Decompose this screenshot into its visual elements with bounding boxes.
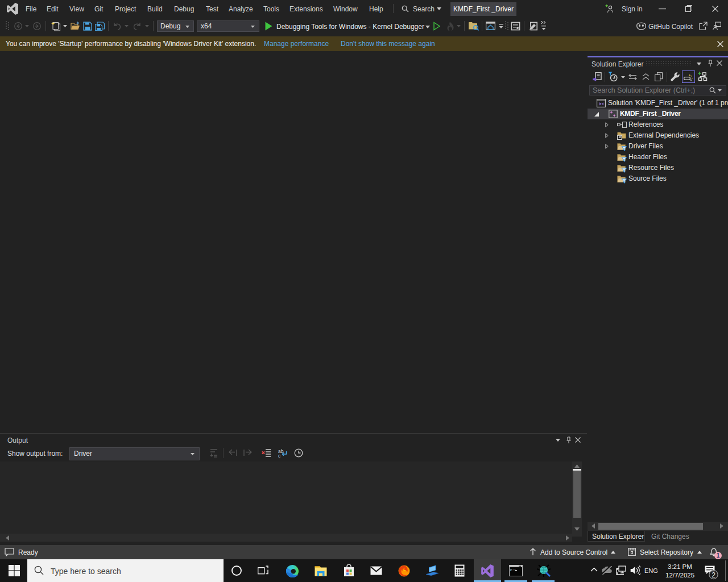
svg-text:C:\: C:\ xyxy=(510,568,516,572)
svg-text:2: 2 xyxy=(712,571,715,579)
